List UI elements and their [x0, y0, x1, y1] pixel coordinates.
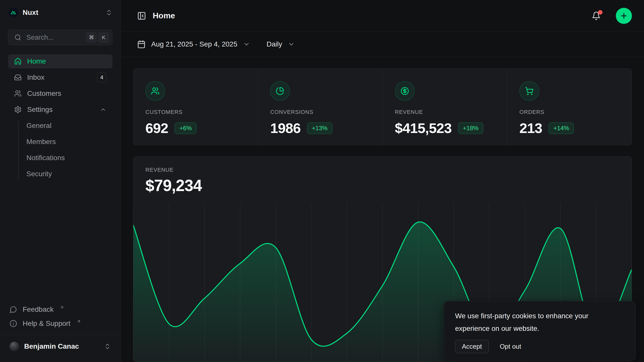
info-icon [10, 320, 17, 327]
cookie-optout-button[interactable]: Opt out [500, 343, 521, 350]
chevrons-up-down-icon [104, 343, 111, 350]
sidebar-item-general[interactable]: General [26, 119, 112, 133]
sidebar-item-label: Inbox [27, 73, 92, 81]
plus-icon [620, 12, 628, 20]
stat-card-conversions: CONVERSIONS 1986 +13% [258, 69, 382, 145]
workspace-name: Nuxt [23, 9, 101, 17]
sidebar-item-label: Settings [27, 106, 94, 114]
chevron-down-icon [288, 41, 295, 48]
stat-card-orders: ORDERS 213 +14% [507, 69, 632, 145]
circle-dollar-sign-icon [395, 81, 415, 101]
sidebar-item-label: Feedback [23, 305, 54, 313]
sidebar: Nuxt Search... ⌘ K Home Inbox 4 [0, 0, 121, 362]
inbox-icon [14, 74, 22, 81]
stat-value: $415,523 [395, 120, 452, 136]
sidebar-item-label: Help & Support [23, 320, 70, 328]
date-range-label: Aug 21, 2025 - Sep 4, 2025 [151, 40, 237, 48]
shopping-cart-icon [519, 81, 539, 101]
notifications-button[interactable] [591, 10, 602, 21]
inbox-count-badge: 4 [97, 72, 106, 82]
stat-delta-badge: +18% [458, 122, 483, 134]
chevron-up-icon [100, 106, 106, 113]
chart-title: REVENUE [145, 167, 620, 173]
sidebar-item-members[interactable]: Members [26, 135, 112, 149]
search-icon [14, 34, 21, 41]
external-link-icon [76, 319, 81, 324]
stat-label: CONVERSIONS [270, 109, 370, 115]
stat-label: REVENUE [395, 109, 495, 115]
date-range-picker[interactable]: Aug 21, 2025 - Sep 4, 2025 [137, 40, 250, 49]
stat-value: 1986 [270, 120, 301, 136]
sidebar-divider [0, 335, 120, 335]
sidebar-item-inbox[interactable]: Inbox 4 [8, 70, 112, 84]
sidebar-nav: Home Inbox 4 Customers Settings Ge [8, 54, 112, 183]
nuxt-logo-icon [9, 8, 18, 17]
users-icon [145, 81, 165, 101]
chevrons-up-down-icon [105, 9, 112, 16]
sidebar-item-customers[interactable]: Customers [8, 86, 112, 101]
stat-delta-badge: +6% [175, 122, 196, 134]
stat-label: CUSTOMERS [145, 109, 246, 115]
stat-card-revenue: REVENUE $415,523 +18% [383, 69, 507, 145]
notification-dot [598, 10, 602, 15]
sidebar-item-home[interactable]: Home [8, 54, 112, 68]
granularity-select[interactable]: Daily [267, 40, 295, 48]
chevron-down-icon [243, 41, 250, 48]
sidebar-item-settings[interactable]: Settings [8, 103, 112, 117]
stats-row: CUSTOMERS 692 +6% CONVERSIONS 1986 +13% [133, 68, 632, 145]
search-input[interactable]: Search... ⌘ K [8, 30, 112, 45]
kbd-cmd: ⌘ [86, 32, 97, 42]
page-title: Home [153, 11, 584, 20]
sidebar-item-notifications[interactable]: Notifications [26, 151, 112, 165]
stat-card-customers: CUSTOMERS 692 +6% [133, 69, 258, 145]
sidebar-item-feedback[interactable]: Feedback [8, 302, 112, 316]
external-link-icon [60, 305, 64, 310]
granularity-label: Daily [267, 40, 282, 48]
avatar [10, 342, 19, 351]
message-circle-icon [10, 306, 17, 313]
chart-current-value: $79,234 [145, 176, 620, 195]
add-button[interactable] [616, 8, 632, 24]
gear-icon [14, 106, 22, 113]
sidebar-item-label: Home [27, 57, 106, 65]
kbd-k: K [99, 32, 109, 42]
top-bar: Home [121, 0, 644, 32]
search-placeholder: Search... [26, 34, 81, 41]
cookie-accept-button[interactable]: Accept [455, 340, 489, 353]
cookie-banner: We use first-party cookies to enhance yo… [444, 301, 636, 361]
search-shortcut: ⌘ K [86, 32, 109, 42]
stat-delta-badge: +14% [549, 122, 574, 134]
pie-chart-icon [270, 81, 290, 101]
stat-delta-badge: +13% [307, 122, 332, 134]
workspace-selector[interactable]: Nuxt [8, 7, 112, 18]
user-menu[interactable]: Benjamin Canac [8, 338, 112, 354]
settings-subnav: General Members Notifications Security [8, 119, 112, 181]
sidebar-item-label: Customers [27, 89, 106, 98]
sidebar-collapse-button[interactable] [137, 11, 146, 20]
user-name: Benjamin Canac [24, 342, 99, 350]
stat-value: 692 [145, 120, 168, 136]
filter-toolbar: Aug 21, 2025 - Sep 4, 2025 Daily [121, 32, 644, 57]
users-icon [14, 90, 22, 97]
sidebar-item-security[interactable]: Security [26, 167, 112, 181]
cookie-message: We use first-party cookies to enhance yo… [455, 310, 625, 335]
calendar-icon [137, 40, 146, 49]
stat-label: ORDERS [519, 109, 620, 115]
sidebar-item-help-support[interactable]: Help & Support [8, 316, 112, 331]
home-icon [14, 58, 22, 65]
stat-value: 213 [519, 120, 542, 136]
